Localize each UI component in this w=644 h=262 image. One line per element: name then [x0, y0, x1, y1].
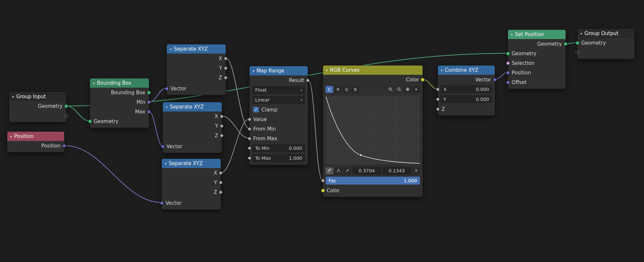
- y-field[interactable]: Y 0.000: [440, 95, 492, 103]
- dropdown-value: Linear: [255, 97, 270, 103]
- node-header-separate-xyz[interactable]: ▾ Separate XYZ: [167, 44, 226, 54]
- node-bounding-box[interactable]: ▾ Bounding Box Bounding Box Min Max Geom…: [90, 78, 149, 128]
- node-map-range[interactable]: ▾ Map Range Result Float ▾ Linear ▾ ✓ Cl…: [249, 66, 308, 165]
- collapse-chevron-icon[interactable]: ▾: [580, 32, 582, 35]
- socket-label: Vector: [166, 144, 182, 150]
- channel-g-button[interactable]: G: [343, 86, 350, 93]
- curve-specials-dropdown[interactable]: ▾: [412, 86, 420, 93]
- node-header-rgb-curves[interactable]: ▾ RGB Curves: [323, 66, 423, 75]
- node-header-combine-xyz[interactable]: ▾ Combine XYZ: [438, 66, 495, 75]
- output-row-geometry: Geometry: [508, 39, 566, 49]
- node-group-output[interactable]: ▾ Group Output Geometry: [577, 28, 635, 59]
- socket-label: Max: [135, 109, 145, 115]
- collapse-chevron-icon[interactable]: ▾: [10, 135, 12, 138]
- to-max-field[interactable]: To Max 1.000: [252, 154, 305, 162]
- x-field[interactable]: X 0.000: [440, 85, 492, 93]
- node-header-group-input[interactable]: ▾ Group Input: [9, 92, 66, 101]
- geometry-input-socket[interactable]: [575, 41, 579, 45]
- clamp-row: ✓ Clamp: [250, 105, 308, 114]
- node-group-input[interactable]: ▾ Group Input Geometry: [9, 92, 67, 122]
- socket-label: Y: [214, 180, 217, 186]
- output-row-x: X: [167, 54, 226, 63]
- node-position[interactable]: ▾ Position Position: [7, 131, 65, 153]
- curve-options-icon[interactable]: [404, 86, 411, 93]
- point-y-field[interactable]: 0.1343: [383, 167, 411, 175]
- slider-value: 1.000: [404, 178, 417, 183]
- node-header-position[interactable]: ▾ Position: [7, 132, 64, 141]
- curve-editor[interactable]: [326, 96, 420, 164]
- node-header-separate-xyz[interactable]: ▾ Separate XYZ: [163, 102, 222, 111]
- socket-label: Color: [327, 188, 340, 194]
- handle-free-icon[interactable]: [344, 167, 351, 174]
- point-x-field[interactable]: 0.3704: [352, 167, 381, 175]
- geometry-output-socket[interactable]: [564, 42, 568, 46]
- channel-r-button[interactable]: R: [334, 86, 342, 93]
- interpolation-dropdown[interactable]: Linear ▾: [252, 96, 305, 104]
- collapse-chevron-icon[interactable]: ▾: [511, 33, 513, 36]
- node-editor-canvas[interactable]: ▾ Group Input Geometry ▾ Position Positi…: [0, 0, 644, 262]
- node-separate-xyz-3[interactable]: ▾ Separate XYZ X Y Z Vector: [161, 158, 221, 210]
- node-title: Bounding Box: [97, 80, 131, 86]
- color-output-socket[interactable]: [421, 78, 425, 82]
- delete-point-button[interactable]: X: [412, 167, 420, 174]
- input-row-vector: Vector: [162, 198, 221, 208]
- node-separate-xyz-2[interactable]: ▾ Separate XYZ X Y Z Vector: [162, 102, 222, 153]
- collapse-chevron-icon[interactable]: ▾: [12, 95, 14, 99]
- node-rgb-curves[interactable]: ▾ RGB Curves Color C R G B ▾: [323, 65, 423, 197]
- channel-c-button[interactable]: C: [326, 86, 333, 93]
- interpolation-row: Linear ▾: [250, 95, 308, 105]
- wire-x3-to-value: [221, 119, 249, 173]
- virtual-output-socket[interactable]: [65, 114, 68, 117]
- socket-label: Geometry: [537, 41, 562, 47]
- node-separate-xyz-1[interactable]: ▾ Separate XYZ X Y Z Vector: [166, 44, 226, 95]
- node-header-map-range[interactable]: ▾ Map Range: [250, 66, 308, 75]
- socket-label: Y: [215, 123, 218, 129]
- geometry-input-socket[interactable]: [88, 119, 92, 123]
- node-header-group-output[interactable]: ▾ Group Output: [577, 29, 634, 38]
- curve-control-point[interactable]: [360, 154, 362, 156]
- channel-b-button[interactable]: B: [351, 86, 359, 93]
- node-header-bounding-box[interactable]: ▾ Bounding Box: [90, 78, 149, 88]
- geometry-input-socket[interactable]: [506, 52, 510, 56]
- wire-max-to-separate-xyz-2: [149, 111, 162, 146]
- virtual-input-socket[interactable]: [575, 51, 579, 54]
- zoom-out-icon[interactable]: [395, 86, 403, 93]
- data-type-dropdown[interactable]: Float ▾: [252, 86, 305, 94]
- node-combine-xyz[interactable]: ▾ Combine XYZ Vector X 0.000 Y 0.000 Z: [437, 65, 495, 116]
- to-min-field[interactable]: To Min 0.000: [252, 144, 305, 152]
- node-set-position[interactable]: ▾ Set Position Geometry Geometry Selecti…: [508, 29, 566, 89]
- field-value: 0.000: [476, 87, 489, 92]
- bounding-box-output-socket[interactable]: [147, 91, 151, 95]
- input-row-from-max: From Max: [250, 134, 308, 143]
- field-value: 1.000: [289, 155, 302, 161]
- node-header-set-position[interactable]: ▾ Set Position: [508, 30, 566, 39]
- color-input-socket[interactable]: [321, 189, 325, 193]
- fac-slider[interactable]: Fac 1.000: [326, 177, 420, 185]
- slider-label: Fac: [329, 178, 336, 183]
- collapse-chevron-icon[interactable]: ▾: [441, 68, 442, 72]
- collapse-chevron-icon[interactable]: ▾: [170, 47, 171, 51]
- input-row-vector: Vector: [167, 84, 226, 93]
- geometry-output-socket[interactable]: [64, 104, 68, 108]
- input-row-x: X 0.000: [438, 84, 495, 94]
- output-row-result: Result: [250, 75, 308, 85]
- zoom-in-icon[interactable]: [387, 86, 394, 93]
- clamp-checkbox[interactable]: ✓: [253, 107, 259, 112]
- field-label: To Min: [255, 146, 270, 151]
- node-header-separate-xyz[interactable]: ▾ Separate XYZ: [162, 159, 221, 168]
- socket-label: X: [214, 170, 217, 176]
- input-row-geometry: Geometry: [508, 49, 566, 58]
- collapse-chevron-icon[interactable]: ▾: [165, 162, 166, 165]
- handle-vector-icon[interactable]: [335, 167, 342, 174]
- collapse-chevron-icon[interactable]: ▾: [93, 81, 95, 85]
- node-title: Separate XYZ: [174, 46, 207, 52]
- wire-min-to-separate-xyz-1: [149, 88, 166, 102]
- chevron-down-icon: ▾: [300, 88, 302, 92]
- output-row-geometry: Geometry: [9, 101, 66, 111]
- collapse-chevron-icon[interactable]: ▾: [166, 105, 167, 109]
- handle-auto-icon[interactable]: [326, 167, 333, 174]
- socket-label: X: [215, 113, 218, 119]
- socket-label: Vector: [170, 86, 186, 92]
- collapse-chevron-icon[interactable]: ▾: [326, 68, 328, 72]
- collapse-chevron-icon[interactable]: ▾: [253, 69, 254, 73]
